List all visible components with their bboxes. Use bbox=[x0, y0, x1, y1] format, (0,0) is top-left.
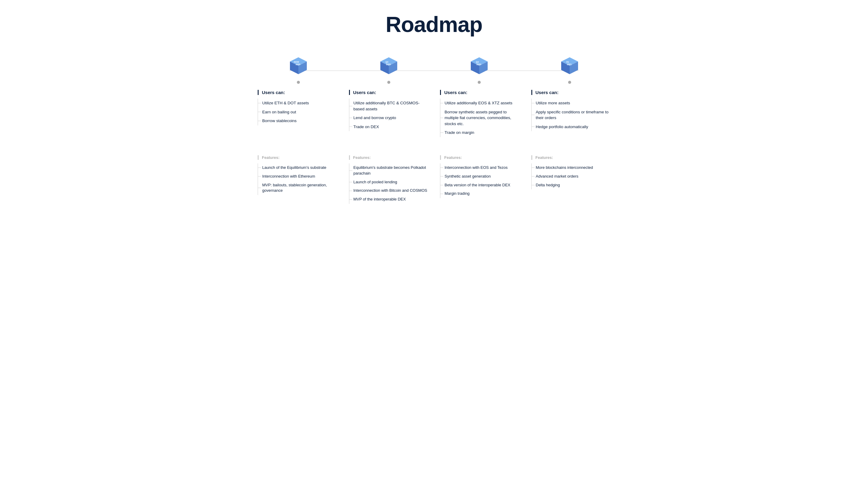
svg-text:Q4: Q4 bbox=[476, 61, 478, 63]
list-item: Delta hedging bbox=[531, 181, 611, 190]
list-item: Beta version of the interoperable DEX bbox=[440, 181, 519, 190]
list-item: More blockchains interconnected bbox=[531, 163, 611, 172]
list-item: Launch of the Equilibrium's substrate bbox=[258, 163, 337, 172]
svg-text:2020: 2020 bbox=[296, 63, 301, 65]
features-sections: Features: Launch of the Equilibrium's su… bbox=[253, 149, 615, 204]
phase-1-users: Users can: Utilize ETH & DOT assets Earn… bbox=[253, 84, 341, 137]
list-item: Utilize additionally BTC & COSMOS-based … bbox=[349, 99, 428, 113]
phase-4-users: Users can: Utilize more assets Apply spe… bbox=[527, 84, 615, 137]
phase-3-features: Features: Interconnection with EOS and T… bbox=[435, 149, 524, 204]
features-title-4: Features: bbox=[531, 155, 611, 160]
list-item: Advanced market orders bbox=[531, 172, 611, 181]
list-item: Interconnection with EOS and Tezos bbox=[440, 163, 519, 172]
svg-text:H1: H1 bbox=[566, 61, 569, 63]
list-item: Utilize more assets bbox=[531, 99, 611, 108]
phase-3-users: Users can: Utilize additionally EOS & XT… bbox=[435, 84, 524, 137]
users-can-list-1: Utilize ETH & DOT assets Earn on bailing… bbox=[258, 99, 337, 125]
users-can-title-1: Users can: bbox=[258, 90, 337, 95]
list-item: Synthetic asset generation bbox=[440, 172, 519, 181]
users-can-title-2: Users can: bbox=[349, 90, 428, 95]
timeline-line: NOW 2020 Q3 2020 bbox=[253, 55, 615, 84]
dot-connector-2 bbox=[387, 81, 390, 84]
users-can-title-3: Users can: bbox=[440, 90, 519, 95]
features-list-1: Launch of the Equilibrium's substrate In… bbox=[258, 163, 337, 195]
features-title-2: Features: bbox=[349, 155, 428, 160]
list-item: Margin trading bbox=[440, 189, 519, 198]
cube-h1-2021: H1 2021 bbox=[558, 55, 582, 84]
phase-2-features: Features: Equilibrium's substrate become… bbox=[344, 149, 433, 204]
svg-text:2021: 2021 bbox=[567, 63, 572, 65]
svg-text:NOW: NOW bbox=[294, 61, 299, 63]
dot-connector-1 bbox=[297, 81, 300, 84]
dot-connector-3 bbox=[478, 81, 481, 84]
list-item: Equilibrium's substrate becomes Polkadot… bbox=[349, 163, 428, 178]
timeline-wrapper: NOW 2020 Q3 2020 bbox=[253, 55, 615, 204]
cube-q4-2020: Q4 2020 bbox=[467, 55, 491, 84]
cube-now-2020: NOW 2020 bbox=[286, 55, 310, 84]
phase-1-features: Features: Launch of the Equilibrium's su… bbox=[253, 149, 341, 204]
list-item: Trade on DEX bbox=[349, 122, 428, 131]
list-item: Utilize ETH & DOT assets bbox=[258, 99, 337, 108]
list-item: Borrow synthetic assets pegged to multip… bbox=[440, 108, 519, 128]
list-item: MVP: bailouts, stablecoin generation, go… bbox=[258, 181, 337, 195]
list-item: MVP of the interoperable DEX bbox=[349, 195, 428, 204]
timeline-col-4: H1 2021 bbox=[524, 55, 615, 84]
list-item: Trade on margin bbox=[440, 128, 519, 137]
page-title: Roadmap bbox=[6, 12, 862, 37]
list-item: Interconnection with Bitcoin and COSMOS bbox=[349, 186, 428, 195]
timeline-col-3: Q4 2020 bbox=[434, 55, 524, 84]
timeline-col-1: NOW 2020 bbox=[253, 55, 344, 84]
users-can-sections: Users can: Utilize ETH & DOT assets Earn… bbox=[253, 84, 615, 137]
svg-text:Q3: Q3 bbox=[385, 61, 388, 63]
features-list-4: More blockchains interconnected Advanced… bbox=[531, 163, 611, 190]
list-item: Earn on bailing out bbox=[258, 108, 337, 117]
list-item: Borrow stablecoins bbox=[258, 116, 337, 125]
svg-text:2020: 2020 bbox=[476, 63, 481, 65]
phase-4-features: Features: More blockchains interconnecte… bbox=[527, 149, 615, 204]
cube-q3-2020: Q3 2020 bbox=[377, 55, 401, 84]
users-can-list-3: Utilize additionally EOS & XTZ assets Bo… bbox=[440, 99, 519, 137]
features-title-1: Features: bbox=[258, 155, 337, 160]
list-item: Apply specific conditions or timeframe t… bbox=[531, 108, 611, 122]
list-item: Interconnection with Ethereum bbox=[258, 172, 337, 181]
users-can-title-4: Users can: bbox=[531, 90, 611, 95]
list-item: Lend and borrow crypto bbox=[349, 113, 428, 122]
users-can-list-4: Utilize more assets Apply specific condi… bbox=[531, 99, 611, 131]
timeline-col-2: Q3 2020 bbox=[344, 55, 434, 84]
phase-2-users: Users can: Utilize additionally BTC & CO… bbox=[344, 84, 433, 137]
dot-connector-4 bbox=[568, 81, 571, 84]
features-list-2: Equilibrium's substrate becomes Polkadot… bbox=[349, 163, 428, 204]
svg-text:2020: 2020 bbox=[386, 63, 391, 65]
features-list-3: Interconnection with EOS and Tezos Synth… bbox=[440, 163, 519, 198]
list-item: Launch of pooled lending bbox=[349, 178, 428, 187]
list-item: Hedge portfolio automatically bbox=[531, 122, 611, 131]
users-can-list-2: Utilize additionally BTC & COSMOS-based … bbox=[349, 99, 428, 131]
features-title-3: Features: bbox=[440, 155, 519, 160]
list-item: Utilize additionally EOS & XTZ assets bbox=[440, 99, 519, 108]
